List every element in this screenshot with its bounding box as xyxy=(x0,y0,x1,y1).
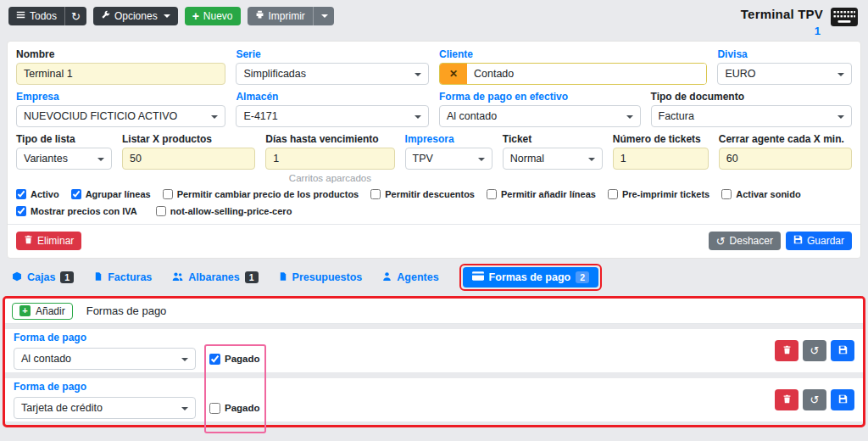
agrupar-lineas-checkbox[interactable]: Agrupar líneas xyxy=(71,189,151,199)
anadir-button[interactable]: + Añadir xyxy=(12,303,73,320)
keyboard-icon xyxy=(831,7,858,30)
nombre-input[interactable]: Terminal 1 xyxy=(16,63,225,85)
permitir-anadir-lineas-checkbox-input[interactable] xyxy=(487,189,497,199)
credit-card-icon xyxy=(472,271,484,283)
activo-checkbox[interactable]: Activo xyxy=(16,189,59,199)
tipo-lista-select[interactable]: Variantes xyxy=(16,148,112,170)
mostrar-precios-iva-checkbox-label: Mostrar precios con IVA xyxy=(31,206,137,216)
refresh-button[interactable]: ↻ xyxy=(64,7,86,25)
tipo-documento-select[interactable]: Factura xyxy=(651,105,853,127)
cliente-clear-button[interactable]: ✕ xyxy=(440,64,467,84)
nuevo-button[interactable]: + Nuevo xyxy=(185,7,241,25)
undo-payment-button-2[interactable]: ↺ xyxy=(803,389,826,410)
activar-sonido-checkbox-label: Activar sonido xyxy=(736,189,800,199)
tab-presupuestos-label: Presupuestos xyxy=(292,271,363,283)
cliente-label: Cliente xyxy=(439,48,707,60)
box-icon xyxy=(12,271,22,284)
tab-cajas[interactable]: Cajas 1 xyxy=(12,271,74,284)
file-icon xyxy=(279,271,287,284)
printer-icon xyxy=(255,10,264,22)
mostrar-precios-iva-checkbox[interactable]: Mostrar precios con IVA xyxy=(16,206,137,216)
deshacer-button[interactable]: ↺ Deshacer xyxy=(709,232,781,250)
delete-payment-button-2[interactable] xyxy=(775,389,798,410)
cliente-value: Contado xyxy=(474,68,514,80)
permitir-cambiar-precio-checkbox-input[interactable] xyxy=(163,189,173,199)
divisa-label: Divisa xyxy=(717,48,852,60)
activo-checkbox-label: Activo xyxy=(31,189,59,199)
dias-vencimiento-input[interactable]: 1 xyxy=(265,148,394,170)
deshacer-button-label: Deshacer xyxy=(730,235,773,247)
cliente-input[interactable]: Contado xyxy=(467,64,706,84)
tab-formas-de-pago[interactable]: Formas de pago 2 xyxy=(463,267,598,287)
impresora-select[interactable]: TPV xyxy=(405,148,492,170)
payments-header: + Añadir Formas de pago xyxy=(5,299,863,324)
tab-agentes[interactable]: Agentes xyxy=(382,271,438,284)
dias-vencimiento-value: 1 xyxy=(273,153,279,165)
pagado-checkbox-input-1[interactable] xyxy=(209,354,220,365)
imprimir-button-label: Imprimir xyxy=(269,10,305,22)
carritos-aparcados-label: Carritos aparcados xyxy=(265,173,394,184)
forma-de-pago-value-2: Tarjeta de crédito xyxy=(21,402,103,414)
opciones-button[interactable]: Opciones xyxy=(93,7,178,25)
impresora-value: TPV xyxy=(413,153,433,165)
pagado-checkbox-input-2[interactable] xyxy=(209,403,220,414)
activar-sonido-checkbox-input[interactable] xyxy=(721,189,732,199)
plus-icon: + xyxy=(192,10,199,22)
permitir-cambiar-precio-checkbox[interactable]: Permitir cambiar precio de los productos xyxy=(163,189,359,199)
nuevo-button-label: Nuevo xyxy=(203,10,233,22)
save-icon xyxy=(793,235,803,247)
forma-pago-efectivo-value: Al contado xyxy=(447,110,497,122)
form-row-1: Nombre Terminal 1 Serie Simplificadas Cl… xyxy=(16,48,852,85)
eliminar-button[interactable]: Eliminar xyxy=(16,232,81,250)
imprimir-dropdown-button[interactable] xyxy=(313,7,334,25)
forma-de-pago-value-1: Al contado xyxy=(21,353,71,365)
pagado-checkbox-2[interactable]: Pagado xyxy=(209,403,260,414)
tab-presupuestos[interactable]: Presupuestos xyxy=(279,271,363,284)
imprimir-button[interactable]: Imprimir xyxy=(248,7,313,25)
todos-button[interactable]: Todos xyxy=(8,7,64,25)
not-allow-selling-price-cero-checkbox-input[interactable] xyxy=(156,206,166,216)
undo-icon: ↺ xyxy=(810,345,820,356)
tab-facturas[interactable]: Facturas xyxy=(94,271,152,284)
empresa-select[interactable]: NUEVOCIUD FICTICIO ACTIVO xyxy=(16,105,225,127)
tab-albaranes[interactable]: Albaranes 1 xyxy=(172,271,258,284)
delete-payment-button-1[interactable] xyxy=(775,340,798,361)
numero-tickets-label: Número de tickets xyxy=(613,133,709,145)
permitir-anadir-lineas-checkbox[interactable]: Permitir añadir líneas xyxy=(487,189,596,199)
pagado-checkbox-label-2: Pagado xyxy=(225,403,260,413)
ticket-value: Normal xyxy=(510,153,544,165)
forma-de-pago-select-1[interactable]: Al contado xyxy=(14,348,196,370)
tab-cajas-label: Cajas xyxy=(27,271,55,283)
not-allow-selling-price-cero-checkbox-label: not-allow-selling-price-cero xyxy=(170,206,292,216)
payment-row-1: Forma de pago Al contado Pagado ↺ xyxy=(5,329,863,372)
users-icon xyxy=(172,271,183,284)
mostrar-precios-iva-checkbox-input[interactable] xyxy=(16,206,26,216)
nombre-value: Terminal 1 xyxy=(24,68,73,80)
guardar-button[interactable]: Guardar xyxy=(786,232,852,250)
cerrar-agente-input[interactable]: 60 xyxy=(719,148,852,170)
not-allow-selling-price-cero-checkbox[interactable]: not-allow-selling-price-cero xyxy=(156,206,292,216)
cerrar-agente-value: 60 xyxy=(726,153,738,165)
impresora-label: Impresora xyxy=(405,133,492,145)
forma-pago-efectivo-select[interactable]: Al contado xyxy=(439,105,641,127)
permitir-descuentos-checkbox-input[interactable] xyxy=(370,189,381,199)
forma-de-pago-select-2[interactable]: Tarjeta de crédito xyxy=(14,397,196,419)
save-payment-button-2[interactable] xyxy=(831,389,854,410)
tab-facturas-label: Facturas xyxy=(108,271,152,283)
serie-select[interactable]: Simplificadas xyxy=(236,63,429,85)
activar-sonido-checkbox[interactable]: Activar sonido xyxy=(721,189,800,199)
activo-checkbox-input[interactable] xyxy=(16,189,26,199)
permitir-descuentos-checkbox[interactable]: Permitir descuentos xyxy=(370,189,475,199)
divisa-select[interactable]: EURO xyxy=(717,63,852,85)
pre-imprimir-tickets-checkbox-input[interactable] xyxy=(608,189,618,199)
listar-productos-input[interactable]: 50 xyxy=(122,148,255,170)
pagado-checkbox-1[interactable]: Pagado xyxy=(209,354,260,365)
pre-imprimir-tickets-checkbox[interactable]: Pre-imprimir tickets xyxy=(608,189,709,199)
almacen-select[interactable]: E-4171 xyxy=(236,105,429,127)
save-payment-button-1[interactable] xyxy=(831,340,854,361)
agrupar-lineas-checkbox-input[interactable] xyxy=(71,189,81,199)
ticket-select[interactable]: Normal xyxy=(503,148,603,170)
numero-tickets-input[interactable]: 1 xyxy=(613,148,709,170)
payments-section-annotation: + Añadir Formas de pago Forma de pago Al… xyxy=(3,296,865,427)
undo-payment-button-1[interactable]: ↺ xyxy=(803,340,826,361)
